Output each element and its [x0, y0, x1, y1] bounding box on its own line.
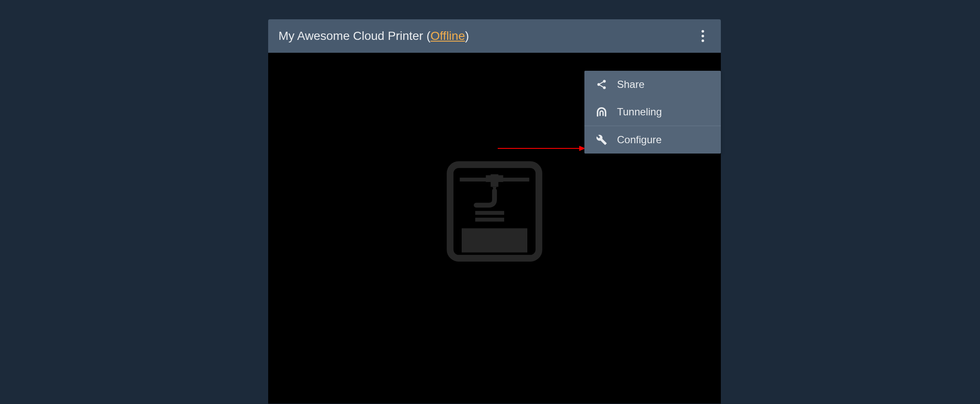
printer-card: My Awesome Cloud Printer ( Offline ): [268, 19, 721, 404]
printer-name: My Awesome Cloud Printer: [278, 29, 423, 43]
printer-title: My Awesome Cloud Printer ( Offline ): [278, 29, 469, 43]
menu-item-share[interactable]: Share: [584, 71, 721, 98]
menu-label: Share: [617, 78, 644, 90]
wrench-icon: [596, 134, 608, 146]
tunnel-icon: [596, 106, 608, 118]
svg-rect-7: [462, 228, 527, 252]
more-menu-button[interactable]: [695, 28, 711, 44]
menu-label: Tunneling: [617, 106, 662, 118]
svg-point-10: [603, 86, 606, 89]
svg-point-8: [603, 80, 606, 83]
menu-item-tunneling[interactable]: Tunneling: [584, 98, 721, 126]
menu-item-configure[interactable]: Configure: [584, 126, 721, 154]
svg-rect-3: [486, 175, 503, 182]
printer-menu-dropdown: Share Tunneling Configure: [584, 71, 721, 154]
svg-rect-6: [475, 218, 505, 222]
share-icon: [596, 78, 608, 90]
printer-placeholder-icon: [446, 160, 543, 263]
annotation-arrow-icon: [498, 144, 588, 153]
svg-rect-5: [475, 211, 505, 215]
printer-status-link[interactable]: Offline: [430, 29, 465, 43]
card-header: My Awesome Cloud Printer ( Offline ): [268, 19, 721, 53]
menu-label: Configure: [617, 134, 662, 146]
svg-point-9: [597, 83, 600, 86]
kebab-icon: [702, 30, 704, 42]
